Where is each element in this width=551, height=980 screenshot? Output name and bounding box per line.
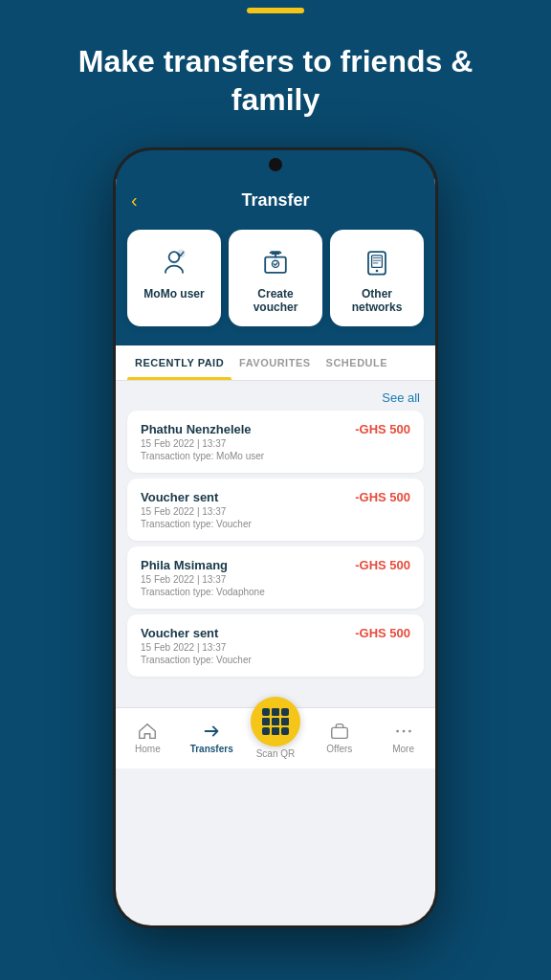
momo-user-option[interactable]: MoMo user: [127, 230, 221, 326]
table-row[interactable]: Voucher sent 15 Feb 2022 | 13:37 Transac…: [127, 479, 424, 541]
scan-fab[interactable]: [251, 697, 300, 746]
scan-dot: [281, 718, 289, 725]
momo-user-icon: [157, 245, 191, 279]
see-all-row: See all: [116, 381, 435, 411]
other-networks-label: Other networks: [340, 287, 414, 315]
see-all-link[interactable]: See all: [382, 390, 420, 405]
nav-item-home[interactable]: Home: [116, 721, 180, 754]
nav-item-scan-qr[interactable]: Scan QR: [244, 716, 308, 759]
back-button[interactable]: ‹: [131, 189, 138, 212]
tx-date: 15 Feb 2022 | 13:37: [141, 642, 252, 653]
tx-type: Transaction type: Voucher: [141, 655, 252, 665]
svg-point-5: [376, 270, 379, 273]
scan-dot: [262, 708, 270, 716]
tx-date: 15 Feb 2022 | 13:37: [141, 574, 265, 585]
tx-amount: -GHS 500: [355, 422, 410, 436]
nav-item-offers[interactable]: Offers: [307, 721, 371, 754]
nav-item-transfers[interactable]: Transfers: [180, 721, 244, 754]
phone-status-bar: [116, 150, 435, 179]
transactions-list: Phathu Nenzhelele 15 Feb 2022 | 13:37 Tr…: [116, 411, 435, 688]
hero-section: Make transfers to friends & family: [0, 13, 551, 138]
nav-home-label: Home: [135, 744, 161, 754]
scan-dot: [281, 708, 289, 716]
scan-dot: [262, 718, 270, 725]
transfer-options: MoMo user Create voucher: [116, 230, 435, 345]
nav-transfers-label: Transfers: [190, 744, 233, 754]
table-row[interactable]: Voucher sent 15 Feb 2022 | 13:37 Transac…: [127, 614, 424, 677]
tx-name: Phathu Nenzhelele: [141, 422, 264, 436]
other-networks-option[interactable]: Other networks: [330, 230, 424, 326]
tx-left: Voucher sent 15 Feb 2022 | 13:37 Transac…: [141, 626, 252, 665]
more-icon: [393, 721, 414, 742]
nav-item-more[interactable]: More: [371, 721, 435, 754]
hero-title: Make transfers to friends & family: [38, 42, 513, 119]
tab-favourites[interactable]: FAVOURITES: [231, 345, 318, 380]
svg-point-7: [396, 729, 399, 732]
transfers-icon: [201, 721, 222, 742]
tx-date: 15 Feb 2022 | 13:37: [141, 438, 264, 449]
other-networks-icon: [360, 245, 394, 279]
tx-type: Transaction type: MoMo user: [141, 451, 264, 461]
nav-scan-label: Scan QR: [256, 748, 296, 759]
svg-rect-6: [332, 727, 348, 738]
scan-dot: [272, 708, 279, 716]
tab-recently-paid[interactable]: RECENTLY PAID: [127, 345, 231, 380]
tx-type: Transaction type: Voucher: [141, 519, 252, 529]
tx-date: 15 Feb 2022 | 13:37: [141, 506, 252, 517]
momo-user-label: MoMo user: [143, 287, 204, 301]
svg-rect-4: [372, 256, 383, 268]
phone-notch: [269, 158, 282, 171]
tx-name: Voucher sent: [141, 490, 252, 504]
transfer-title: Transfer: [241, 190, 309, 211]
tx-amount: -GHS 500: [355, 626, 410, 640]
table-row[interactable]: Phathu Nenzhelele 15 Feb 2022 | 13:37 Tr…: [127, 411, 424, 473]
nav-bar: Home Transfers: [116, 707, 435, 768]
tx-left: Phila Msimang 15 Feb 2022 | 13:37 Transa…: [141, 558, 265, 597]
top-bar: [0, 0, 551, 13]
create-voucher-label: Create voucher: [238, 287, 313, 315]
tx-name: Phila Msimang: [141, 558, 265, 572]
phone-frame: ‹ Transfer MoMo user: [113, 147, 438, 928]
tx-name: Voucher sent: [141, 626, 252, 640]
tx-left: Phathu Nenzhelele 15 Feb 2022 | 13:37 Tr…: [141, 422, 264, 461]
tx-amount: -GHS 500: [355, 558, 410, 572]
scan-dot: [272, 727, 279, 735]
phone-screen: ‹ Transfer MoMo user: [116, 179, 435, 925]
table-row[interactable]: Phila Msimang 15 Feb 2022 | 13:37 Transa…: [127, 546, 424, 609]
svg-point-8: [402, 729, 405, 732]
tab-schedule[interactable]: SCHEDULE: [319, 345, 396, 380]
nav-offers-label: Offers: [326, 744, 352, 754]
phone-wrapper: ‹ Transfer MoMo user: [0, 138, 551, 928]
scan-dot: [272, 718, 279, 725]
transfer-header: ‹ Transfer: [116, 179, 435, 230]
scan-dot: [281, 727, 289, 735]
voucher-icon: [258, 245, 293, 279]
nav-more-label: More: [392, 744, 414, 754]
scan-dots-grid: [262, 708, 289, 735]
tx-left: Voucher sent 15 Feb 2022 | 13:37 Transac…: [141, 490, 252, 529]
home-icon: [137, 721, 158, 742]
svg-point-9: [408, 729, 411, 732]
tx-amount: -GHS 500: [355, 490, 410, 504]
tabs-container: RECENTLY PAID FAVOURITES SCHEDULE: [116, 345, 435, 381]
scan-dot: [262, 727, 270, 735]
offers-icon: [329, 721, 350, 742]
top-pill: [247, 8, 304, 13]
tx-type: Transaction type: Vodaphone: [141, 587, 265, 597]
create-voucher-option[interactable]: Create voucher: [229, 230, 322, 326]
